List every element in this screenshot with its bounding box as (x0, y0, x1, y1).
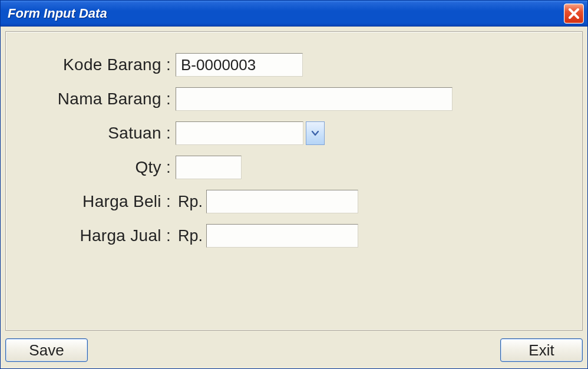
client-area: Kode Barang : Nama Barang : Satuan : (1, 27, 587, 368)
row-harga-jual: Harga Jual : Rp. (18, 224, 570, 248)
harga-beli-input[interactable] (206, 190, 358, 213)
label-satuan: Satuan : (18, 124, 176, 143)
close-button[interactable] (564, 4, 584, 24)
window-title: Form Input Data (8, 6, 107, 21)
exit-button[interactable]: Exit (500, 338, 583, 362)
footer: Save Exit (5, 331, 583, 364)
row-satuan: Satuan : (18, 121, 570, 145)
nama-barang-input[interactable] (176, 87, 452, 111)
qty-input[interactable] (176, 156, 242, 179)
row-qty: Qty : (18, 156, 570, 179)
save-button[interactable]: Save (5, 338, 88, 362)
harga-jual-input[interactable] (206, 224, 358, 248)
kode-barang-input[interactable] (176, 53, 303, 77)
row-kode-barang: Kode Barang : (18, 53, 570, 77)
satuan-input[interactable] (176, 121, 303, 145)
prefix-harga-beli: Rp. (176, 193, 206, 211)
prefix-harga-jual: Rp. (176, 227, 206, 245)
row-harga-beli: Harga Beli : Rp. (18, 190, 570, 213)
form-panel: Kode Barang : Nama Barang : Satuan : (5, 31, 583, 331)
chevron-down-icon (311, 129, 319, 137)
satuan-dropdown-button[interactable] (306, 121, 325, 145)
label-harga-beli: Harga Beli : (18, 192, 176, 211)
label-qty: Qty : (18, 158, 176, 177)
titlebar: Form Input Data (1, 1, 587, 27)
window: Form Input Data Kode Barang : Nama Baran… (0, 0, 588, 369)
label-kode-barang: Kode Barang : (18, 55, 176, 74)
label-harga-jual: Harga Jual : (18, 226, 176, 245)
close-icon (568, 8, 580, 19)
row-nama-barang: Nama Barang : (18, 87, 570, 111)
satuan-combo (176, 121, 303, 145)
label-nama-barang: Nama Barang : (18, 90, 176, 108)
